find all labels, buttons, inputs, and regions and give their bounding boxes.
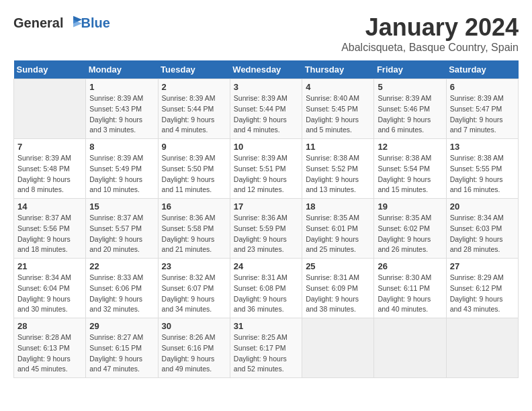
- day-info: Sunrise: 8:35 AMSunset: 6:01 PMDaylight:…: [306, 213, 370, 255]
- week-row-5: 28Sunrise: 8:28 AMSunset: 6:13 PMDayligh…: [14, 318, 519, 378]
- calendar-cell: 12Sunrise: 8:38 AMSunset: 5:54 PMDayligh…: [374, 139, 446, 199]
- day-info: Sunrise: 8:30 AMSunset: 6:11 PMDaylight:…: [378, 273, 442, 315]
- page-header: General Blue January 2024 Abalcisqueta, …: [13, 13, 519, 54]
- week-row-3: 14Sunrise: 8:37 AMSunset: 5:56 PMDayligh…: [14, 199, 519, 259]
- day-info: Sunrise: 8:39 AMSunset: 5:43 PMDaylight:…: [89, 93, 154, 136]
- day-number: 25: [306, 261, 370, 271]
- day-info: Sunrise: 8:39 AMSunset: 5:46 PMDaylight:…: [378, 93, 442, 136]
- day-number: 20: [450, 201, 515, 212]
- calendar-cell: 5Sunrise: 8:39 AMSunset: 5:46 PMDaylight…: [374, 79, 446, 139]
- logo-general: General: [13, 15, 63, 31]
- day-number: 14: [17, 201, 82, 212]
- header-cell-thursday: Thursday: [302, 60, 374, 79]
- calendar-cell: [14, 79, 86, 139]
- day-info: Sunrise: 8:37 AMSunset: 5:56 PMDaylight:…: [17, 213, 82, 255]
- day-number: 7: [17, 142, 82, 152]
- day-info: Sunrise: 8:40 AMSunset: 5:45 PMDaylight:…: [306, 93, 370, 136]
- calendar-cell: 8Sunrise: 8:39 AMSunset: 5:49 PMDaylight…: [86, 139, 158, 199]
- week-row-1: 1Sunrise: 8:39 AMSunset: 5:43 PMDaylight…: [14, 79, 519, 139]
- calendar-cell: 2Sunrise: 8:39 AMSunset: 5:44 PMDaylight…: [158, 79, 230, 139]
- calendar-cell: 15Sunrise: 8:37 AMSunset: 5:57 PMDayligh…: [86, 199, 158, 259]
- calendar-cell: 13Sunrise: 8:38 AMSunset: 5:55 PMDayligh…: [446, 139, 518, 199]
- day-number: 10: [234, 142, 298, 152]
- day-number: 28: [17, 321, 82, 331]
- day-number: 1: [89, 82, 154, 92]
- calendar-cell: 10Sunrise: 8:39 AMSunset: 5:51 PMDayligh…: [230, 139, 302, 199]
- calendar-cell: 26Sunrise: 8:30 AMSunset: 6:11 PMDayligh…: [374, 259, 446, 318]
- week-row-4: 21Sunrise: 8:34 AMSunset: 6:04 PMDayligh…: [14, 259, 519, 318]
- calendar-cell: 21Sunrise: 8:34 AMSunset: 6:04 PMDayligh…: [14, 259, 86, 318]
- day-info: Sunrise: 8:33 AMSunset: 6:06 PMDaylight:…: [89, 273, 154, 315]
- day-info: Sunrise: 8:25 AMSunset: 6:17 PMDaylight:…: [234, 332, 298, 375]
- day-info: Sunrise: 8:39 AMSunset: 5:48 PMDaylight:…: [17, 153, 82, 195]
- day-number: 13: [450, 142, 515, 152]
- day-info: Sunrise: 8:34 AMSunset: 6:04 PMDaylight:…: [17, 273, 82, 315]
- day-number: 21: [17, 261, 82, 271]
- calendar-cell: 23Sunrise: 8:32 AMSunset: 6:07 PMDayligh…: [158, 259, 230, 318]
- calendar-cell: [302, 318, 374, 378]
- day-number: 22: [89, 261, 154, 271]
- day-info: Sunrise: 8:37 AMSunset: 5:57 PMDaylight:…: [89, 213, 154, 255]
- title-section: January 2024 Abalcisqueta, Basque Countr…: [341, 13, 519, 54]
- calendar-cell: 19Sunrise: 8:35 AMSunset: 6:02 PMDayligh…: [374, 199, 446, 259]
- day-info: Sunrise: 8:39 AMSunset: 5:44 PMDaylight:…: [162, 93, 226, 136]
- day-number: 31: [234, 321, 298, 331]
- calendar-cell: 9Sunrise: 8:39 AMSunset: 5:50 PMDaylight…: [158, 139, 230, 199]
- day-number: 9: [162, 142, 226, 152]
- day-number: 29: [89, 321, 154, 331]
- day-info: Sunrise: 8:29 AMSunset: 6:12 PMDaylight:…: [450, 273, 515, 315]
- calendar-cell: [446, 318, 518, 378]
- day-number: 24: [234, 261, 298, 271]
- calendar-body: 1Sunrise: 8:39 AMSunset: 5:43 PMDaylight…: [14, 79, 519, 378]
- day-info: Sunrise: 8:31 AMSunset: 6:09 PMDaylight:…: [306, 273, 370, 315]
- calendar-cell: 30Sunrise: 8:26 AMSunset: 6:16 PMDayligh…: [158, 318, 230, 378]
- day-number: 6: [450, 82, 515, 92]
- main-title: January 2024: [341, 13, 519, 42]
- header-cell-monday: Monday: [86, 60, 158, 79]
- day-info: Sunrise: 8:39 AMSunset: 5:47 PMDaylight:…: [450, 93, 515, 136]
- calendar-cell: 11Sunrise: 8:38 AMSunset: 5:52 PMDayligh…: [302, 139, 374, 199]
- day-number: 26: [378, 261, 442, 271]
- logo-blue: Blue: [81, 15, 109, 31]
- calendar-cell: 24Sunrise: 8:31 AMSunset: 6:08 PMDayligh…: [230, 259, 302, 318]
- week-row-2: 7Sunrise: 8:39 AMSunset: 5:48 PMDaylight…: [14, 139, 519, 199]
- day-number: 16: [162, 201, 226, 212]
- header-cell-wednesday: Wednesday: [230, 60, 302, 79]
- day-info: Sunrise: 8:38 AMSunset: 5:54 PMDaylight:…: [378, 153, 442, 195]
- day-info: Sunrise: 8:36 AMSunset: 5:59 PMDaylight:…: [234, 213, 298, 255]
- day-info: Sunrise: 8:39 AMSunset: 5:49 PMDaylight:…: [89, 153, 154, 195]
- day-number: 30: [162, 321, 226, 331]
- day-info: Sunrise: 8:28 AMSunset: 6:13 PMDaylight:…: [17, 332, 82, 375]
- day-number: 4: [306, 82, 370, 92]
- day-info: Sunrise: 8:32 AMSunset: 6:07 PMDaylight:…: [162, 273, 226, 315]
- calendar-cell: 14Sunrise: 8:37 AMSunset: 5:56 PMDayligh…: [14, 199, 86, 259]
- day-number: 8: [89, 142, 154, 152]
- calendar-cell: 18Sunrise: 8:35 AMSunset: 6:01 PMDayligh…: [302, 199, 374, 259]
- day-number: 17: [234, 201, 298, 212]
- calendar-cell: 28Sunrise: 8:28 AMSunset: 6:13 PMDayligh…: [14, 318, 86, 378]
- calendar-cell: 27Sunrise: 8:29 AMSunset: 6:12 PMDayligh…: [446, 259, 518, 318]
- calendar-cell: 7Sunrise: 8:39 AMSunset: 5:48 PMDaylight…: [14, 139, 86, 199]
- header-row: SundayMondayTuesdayWednesdayThursdayFrid…: [14, 60, 519, 79]
- day-number: 18: [306, 201, 370, 212]
- day-info: Sunrise: 8:39 AMSunset: 5:51 PMDaylight:…: [234, 153, 298, 195]
- header-cell-saturday: Saturday: [446, 60, 518, 79]
- calendar-cell: 22Sunrise: 8:33 AMSunset: 6:06 PMDayligh…: [86, 259, 158, 318]
- header-cell-friday: Friday: [374, 60, 446, 79]
- calendar-cell: 29Sunrise: 8:27 AMSunset: 6:15 PMDayligh…: [86, 318, 158, 378]
- sub-title: Abalcisqueta, Basque Country, Spain: [341, 42, 519, 54]
- day-info: Sunrise: 8:36 AMSunset: 5:58 PMDaylight:…: [162, 213, 226, 255]
- day-info: Sunrise: 8:26 AMSunset: 6:16 PMDaylight:…: [162, 332, 226, 375]
- calendar-cell: 31Sunrise: 8:25 AMSunset: 6:17 PMDayligh…: [230, 318, 302, 378]
- day-info: Sunrise: 8:34 AMSunset: 6:03 PMDaylight:…: [450, 213, 515, 255]
- day-number: 5: [378, 82, 442, 92]
- header-cell-sunday: Sunday: [14, 60, 86, 79]
- calendar-header: SundayMondayTuesdayWednesdayThursdayFrid…: [14, 60, 519, 79]
- calendar-cell: 25Sunrise: 8:31 AMSunset: 6:09 PMDayligh…: [302, 259, 374, 318]
- day-number: 23: [162, 261, 226, 271]
- calendar-cell: [374, 318, 446, 378]
- day-info: Sunrise: 8:39 AMSunset: 5:44 PMDaylight:…: [234, 93, 298, 136]
- calendar-cell: 20Sunrise: 8:34 AMSunset: 6:03 PMDayligh…: [446, 199, 518, 259]
- calendar-cell: 1Sunrise: 8:39 AMSunset: 5:43 PMDaylight…: [86, 79, 158, 139]
- day-info: Sunrise: 8:35 AMSunset: 6:02 PMDaylight:…: [378, 213, 442, 255]
